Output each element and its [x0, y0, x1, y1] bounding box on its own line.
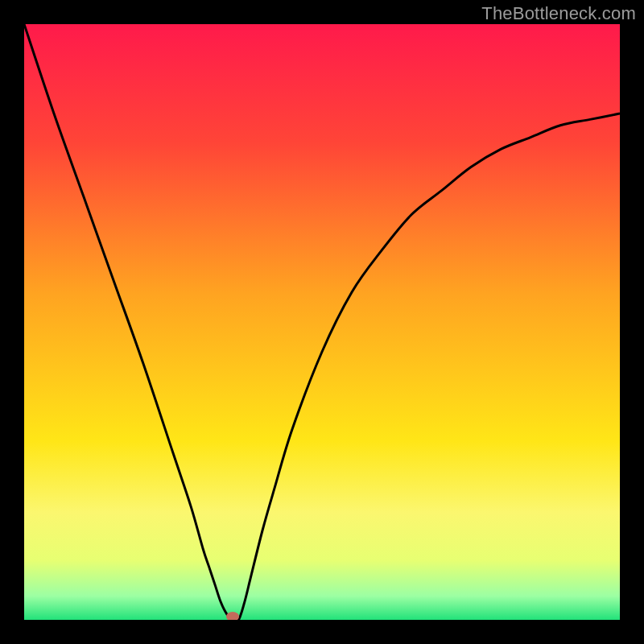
- plot-area: [24, 24, 620, 620]
- plot-svg: [24, 24, 620, 620]
- gradient-background: [24, 24, 620, 620]
- optimum-marker: [226, 612, 239, 620]
- chart-frame: TheBottleneck.com: [0, 0, 644, 644]
- attribution-label: TheBottleneck.com: [481, 3, 636, 24]
